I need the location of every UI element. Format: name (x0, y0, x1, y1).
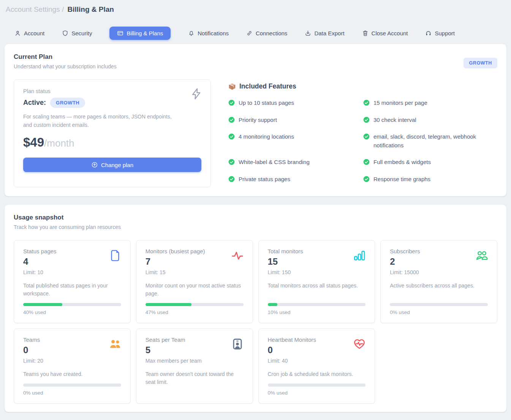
usage-card-limit: Limit: 10 (23, 269, 57, 275)
breadcrumb-separator: / (62, 5, 64, 13)
plan-status-badge: GROWTH (50, 98, 85, 108)
tab-billing-plans[interactable]: Billing & Plans (109, 27, 171, 40)
heart-pulse-icon (353, 338, 365, 350)
usage-card-value: 7 (146, 256, 205, 267)
feature-item: Up to 10 status pages (228, 99, 362, 107)
feature-item: 15 monitors per page (363, 99, 497, 107)
check-circle-icon (228, 117, 235, 123)
feature-text: Private status pages (239, 175, 290, 184)
file-icon (109, 249, 121, 262)
tab-account[interactable]: Account (14, 27, 44, 40)
tab-label: Close Account (372, 30, 408, 36)
usage-percent-label: 0% used (268, 390, 366, 396)
tab-data-export[interactable]: Data Export (305, 27, 344, 40)
usage-card-title: Seats per Team (146, 336, 202, 343)
usage-card-stats: Teams0Limit: 20 (23, 336, 43, 364)
usage-card-value: 0 (23, 345, 43, 355)
current-plan-heading-block: Current Plan Understand what your subscr… (14, 53, 117, 69)
pulse-icon (231, 249, 244, 262)
tab-security[interactable]: Security (62, 27, 92, 40)
plan-status-label: Plan status (23, 88, 201, 94)
usage-card-monitors-busiest: Monitors (busiest page)7Limit: 15Monitor… (136, 240, 253, 323)
usage-percent-label: 0% used (390, 309, 488, 315)
usage-card-top: Teams0Limit: 20 (23, 336, 121, 364)
tab-label: Billing & Plans (127, 30, 163, 36)
users-filled-icon (109, 338, 121, 350)
check-circle-icon (363, 133, 370, 140)
features-grid: Up to 10 status pages15 monitors per pag… (228, 99, 497, 183)
change-plan-button[interactable]: Change plan (23, 158, 201, 172)
usage-card-top: Heartbeat Monitors0Limit: 40 (268, 336, 366, 364)
feature-text: email, slack, discord, telegram, webhook… (373, 133, 487, 150)
usage-card-status-pages: Status pages4Limit: 10Total published st… (14, 240, 131, 323)
tab-support[interactable]: Support (425, 27, 455, 40)
usage-card-subscribers: Subscribers2Limit: 15000Active subscribe… (380, 240, 497, 323)
tab-close-account[interactable]: Close Account (362, 27, 408, 40)
usage-card-description: Total monitors across all status pages. (268, 282, 366, 295)
feature-text: 30 check interval (373, 116, 416, 125)
breadcrumb-page: Billing & Plan (67, 5, 114, 13)
plan-tier-badge: GROWTH (464, 58, 497, 68)
usage-card-description: Active subscribers across all pages. (390, 282, 488, 295)
id-badge-icon (231, 338, 244, 350)
usage-card-title: Status pages (23, 248, 57, 254)
usage-card-heartbeat-monitors: Heartbeat Monitors0Limit: 40Cron job & s… (258, 328, 375, 404)
tab-label: Connections (256, 30, 287, 36)
headset-icon (425, 30, 432, 36)
usage-card-title: Monitors (busiest page) (146, 248, 205, 254)
users-outline-icon (476, 249, 488, 262)
usage-card-top: Status pages4Limit: 10 (23, 248, 121, 275)
usage-card-stats: Seats per Team5Max members per team (146, 336, 202, 364)
feature-item: email, slack, discord, telegram, webhook… (363, 133, 497, 150)
plan-price: $49/month (23, 135, 201, 150)
usage-card-title: Total monitors (268, 248, 303, 254)
tab-notifications[interactable]: Notifications (188, 27, 229, 40)
plan-description: For scaling teams — more pages & monitor… (23, 113, 179, 129)
usage-progress-fill (268, 303, 278, 306)
plan-status-row: Active: GROWTH (23, 98, 201, 108)
usage-card-teams: Teams0Limit: 20Teams you have created.0%… (14, 328, 131, 404)
usage-card-limit: Limit: 20 (23, 358, 43, 364)
link-icon (246, 30, 253, 36)
usage-card-description: Team owner doesn't count toward the seat… (146, 370, 244, 392)
plan-status-card: Plan status Active: GROWTH For scaling t… (14, 79, 211, 187)
usage-card-title: Teams (23, 336, 43, 343)
feature-text: 15 monitors per page (373, 99, 427, 107)
arrow-up-circle-icon (91, 161, 98, 168)
feature-text: 4 monitoring locations (239, 133, 294, 141)
usage-percent-label: 0% used (23, 390, 121, 396)
change-plan-label: Change plan (101, 162, 133, 168)
check-circle-icon (363, 176, 370, 182)
usage-card-seats-per-team: Seats per Team5Max members per teamTeam … (136, 328, 253, 404)
usage-snapshot-card: Usage snapshot Track how you are consumi… (5, 205, 506, 412)
usage-card-description: Teams you have created. (23, 370, 121, 384)
usage-card-stats: Total monitors15Limit: 150 (268, 248, 303, 275)
usage-progress-bar (268, 303, 366, 306)
usage-card-stats: Heartbeat Monitors0Limit: 40 (268, 336, 316, 364)
credit-card-icon (117, 30, 123, 36)
usage-card-title: Subscribers (390, 248, 420, 254)
breadcrumb-section[interactable]: Account Settings (6, 5, 60, 13)
tab-connections[interactable]: Connections (246, 27, 287, 40)
tab-label: Account (24, 30, 44, 36)
included-features-header: Included Features (228, 82, 497, 90)
usage-card-title: Heartbeat Monitors (268, 336, 316, 343)
usage-card-limit: Limit: 40 (268, 358, 316, 364)
feature-item: White-label & CSS branding (228, 158, 362, 167)
check-circle-icon (363, 117, 370, 123)
current-plan-card: Current Plan Understand what your subscr… (5, 44, 506, 196)
usage-grid: Status pages4Limit: 10Total published st… (14, 240, 497, 404)
current-plan-subtitle: Understand what your subscription includ… (14, 63, 117, 69)
included-features-title: Included Features (239, 82, 296, 90)
usage-progress-fill (23, 303, 62, 306)
breadcrumb: Account Settings / Billing & Plan (0, 0, 511, 14)
tab-label: Data Export (314, 30, 344, 36)
usage-card-top: Total monitors15Limit: 150 (268, 248, 366, 275)
usage-progress-bar (268, 384, 366, 387)
usage-card-limit: Max members per team (146, 358, 202, 364)
usage-card-stats: Subscribers2Limit: 15000 (390, 248, 420, 275)
usage-subtitle: Track how you are consuming plan resourc… (14, 224, 497, 230)
user-icon (14, 30, 21, 36)
usage-progress-bar (23, 303, 121, 306)
usage-card-total-monitors: Total monitors15Limit: 150Total monitors… (258, 240, 375, 323)
